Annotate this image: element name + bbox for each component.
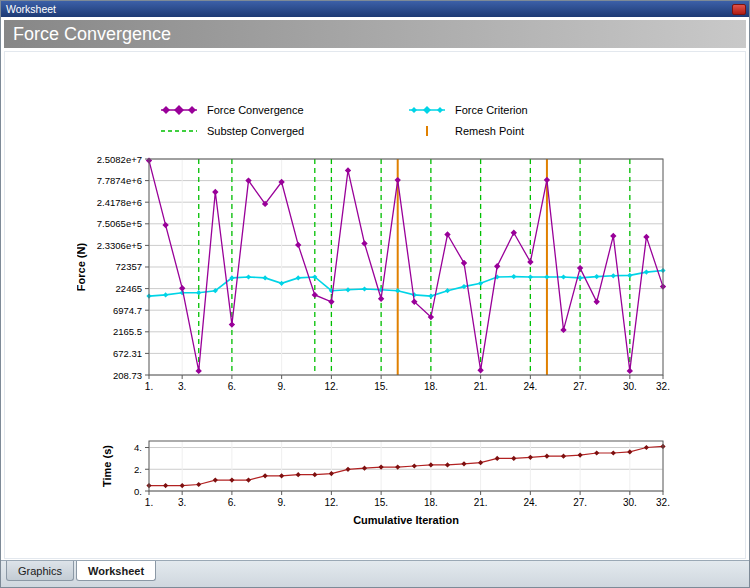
legend-label-remesh-point: Remesh Point: [455, 125, 524, 137]
force-criterion-line-icon: [407, 104, 447, 116]
legend-label-substep-converged: Substep Converged: [207, 125, 304, 137]
svg-text:24.: 24.: [523, 381, 537, 392]
svg-text:27.: 27.: [573, 381, 587, 392]
svg-text:30.: 30.: [623, 381, 637, 392]
svg-text:1.: 1.: [145, 497, 153, 508]
svg-text:2.4178e+6: 2.4178e+6: [97, 197, 142, 208]
svg-text:208.73: 208.73: [113, 370, 142, 381]
svg-text:22465: 22465: [116, 283, 142, 294]
svg-text:15.: 15.: [374, 497, 388, 508]
bottom-tab-bar: Graphics Worksheet: [1, 560, 749, 587]
svg-text:30.: 30.: [623, 497, 637, 508]
svg-text:7.7874e+6: 7.7874e+6: [97, 175, 142, 186]
worksheet-window: Worksheet Force Convergence Force Conver…: [0, 0, 750, 588]
svg-text:4.: 4.: [134, 442, 142, 453]
svg-text:2.: 2.: [134, 464, 142, 475]
svg-text:672.31: 672.31: [113, 348, 142, 359]
legend-item-force-convergence: Force Convergence: [159, 102, 407, 118]
svg-text:Time (s): Time (s): [101, 445, 113, 487]
svg-text:21.: 21.: [474, 381, 488, 392]
svg-text:72357: 72357: [116, 261, 142, 272]
substep-converged-dashed-line-icon: [159, 125, 199, 137]
svg-text:12.: 12.: [324, 381, 338, 392]
svg-text:12.: 12.: [324, 497, 338, 508]
worksheet-header-banner: Force Convergence: [4, 20, 746, 48]
svg-text:15.: 15.: [374, 381, 388, 392]
svg-text:18.: 18.: [424, 497, 438, 508]
cumulative-iteration-time-chart: 1.3.6.9.12.15.18.21.24.27.30.32.0.2.4.Ti…: [77, 427, 677, 539]
legend-label-force-convergence: Force Convergence: [207, 104, 304, 116]
page-title: Force Convergence: [13, 24, 171, 45]
svg-text:2165.5: 2165.5: [113, 326, 142, 337]
svg-text:27.: 27.: [573, 497, 587, 508]
svg-text:32.: 32.: [656, 381, 670, 392]
force-convergence-line-icon: [159, 104, 199, 116]
window-title: Worksheet: [6, 3, 732, 15]
svg-text:21.: 21.: [474, 497, 488, 508]
tab-worksheet[interactable]: Worksheet: [76, 561, 156, 581]
legend-item-force-criterion: Force Criterion: [407, 102, 528, 118]
svg-text:6974.7: 6974.7: [113, 305, 142, 316]
svg-text:6.: 6.: [228, 381, 236, 392]
window-titlebar: Worksheet: [1, 1, 749, 17]
legend-item-remesh-point: Remesh Point: [407, 123, 528, 139]
svg-text:Force (N): Force (N): [77, 243, 87, 292]
legend-label-force-criterion: Force Criterion: [455, 104, 528, 116]
svg-text:1.: 1.: [145, 381, 153, 392]
svg-text:Cumulative Iteration: Cumulative Iteration: [353, 514, 459, 526]
tab-graphics-label: Graphics: [18, 565, 62, 577]
svg-text:3.: 3.: [178, 381, 186, 392]
svg-text:2.5082e+7: 2.5082e+7: [97, 154, 142, 165]
remesh-point-line-icon: [407, 125, 447, 137]
legend-item-substep-converged: Substep Converged: [159, 123, 407, 139]
tab-graphics[interactable]: Graphics: [6, 561, 74, 581]
svg-text:0.: 0.: [134, 486, 142, 497]
force-convergence-chart: 1.3.6.9.12.15.18.21.24.27.30.32.2.5082e+…: [77, 147, 677, 401]
svg-text:2.3306e+5: 2.3306e+5: [97, 240, 142, 251]
svg-text:3.: 3.: [178, 497, 186, 508]
chart-legend: Force Convergence Force Criterion Subste…: [159, 102, 528, 139]
svg-text:9.: 9.: [277, 381, 285, 392]
svg-text:6.: 6.: [228, 497, 236, 508]
svg-text:7.5065e+5: 7.5065e+5: [97, 218, 142, 229]
svg-text:24.: 24.: [523, 497, 537, 508]
svg-text:9.: 9.: [277, 497, 285, 508]
close-icon[interactable]: [732, 4, 746, 15]
svg-text:32.: 32.: [656, 497, 670, 508]
tab-worksheet-label: Worksheet: [88, 565, 144, 577]
svg-text:18.: 18.: [424, 381, 438, 392]
